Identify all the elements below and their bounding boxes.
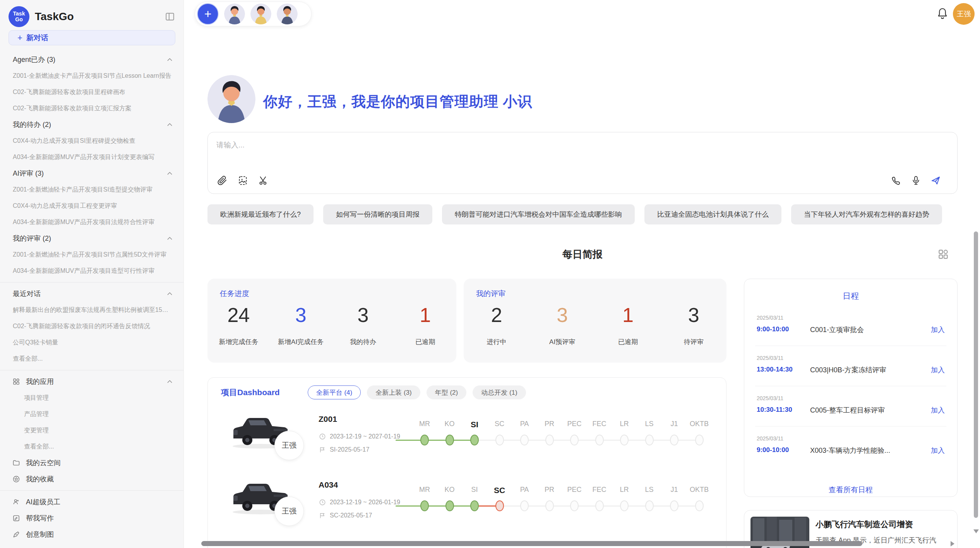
join-meeting-link[interactable]: 加入 <box>931 446 945 455</box>
sidebar-ai-super-staff[interactable]: AI超级员工 <box>0 494 183 510</box>
milestone-node[interactable] <box>470 435 479 445</box>
milestone-node[interactable] <box>420 435 429 445</box>
milestone-label: OKTB <box>690 486 709 494</box>
milestone-node[interactable] <box>645 500 654 511</box>
dashboard-tab[interactable]: 动总开发 (1) <box>473 385 526 399</box>
sidebar-help-me-write[interactable]: 帮我写作 <box>0 510 183 526</box>
schedule-title: 日程 <box>744 291 957 301</box>
agent-avatar-2[interactable] <box>250 3 271 24</box>
stat-value: 2 <box>464 303 529 327</box>
milestone-node[interactable] <box>420 500 429 511</box>
suggestion-chip[interactable]: 特朗普可能对进口汽车增税会对中国车企造成哪些影响 <box>442 204 635 224</box>
sidebar-collapse-icon[interactable] <box>164 11 176 22</box>
new-chat-button[interactable]: + 新对话 <box>9 30 175 45</box>
milestone-node[interactable] <box>545 435 554 445</box>
project-owner-badge: 王强 <box>274 497 304 526</box>
sidebar-task-item[interactable]: A034-全新新能源MUV产品开发项目法规符合性评审 <box>0 214 183 230</box>
sidebar-task-item[interactable]: Z001-全新燃油皮卡产品开发项目SI节点Lesson Learn报告 <box>0 68 183 84</box>
milestone-node[interactable] <box>520 500 529 511</box>
vertical-scrollbar[interactable] <box>974 231 978 518</box>
agent-avatar-3[interactable] <box>277 3 298 24</box>
recent-chat-item[interactable]: C02-飞腾新能源轻客改款项目的闭环通告反馈情况 <box>0 318 183 334</box>
sidebar-task-item[interactable]: C02-飞腾新能源轻客改款项目里程碑画布 <box>0 84 183 100</box>
sidebar-task-item[interactable]: C02-飞腾新能源轻客改款项目立项汇报方案 <box>0 100 183 116</box>
milestone-node[interactable] <box>695 435 704 445</box>
sidebar-divider <box>0 370 183 370</box>
attach-file-icon[interactable] <box>217 175 228 186</box>
milestone-node[interactable] <box>595 435 604 445</box>
milestone-node[interactable] <box>595 500 604 511</box>
scroll-down-arrow-icon[interactable] <box>973 529 979 533</box>
sidebar-task-item[interactable]: Z001-全新燃油轻卡产品开发项目SI节点属性5D文件评审 <box>0 247 183 263</box>
dashboard-tab[interactable]: 全新平台 (4) <box>308 385 361 399</box>
milestone-node[interactable] <box>670 435 678 445</box>
voice-call-icon[interactable] <box>891 175 901 186</box>
taskgo-app: { "colors": { "accent": "#3C53DF", "gree… <box>0 0 980 548</box>
recent-chat-item[interactable]: 公司Q3轻卡销量 <box>0 334 183 351</box>
add-agent-button[interactable]: + <box>197 3 219 25</box>
sidebar-task-item[interactable]: Z001-全新燃油轻卡产品开发项目SI造型提交物评审 <box>0 182 183 198</box>
milestone-node[interactable] <box>570 435 579 445</box>
milestone-node[interactable] <box>670 500 678 511</box>
schedule-divider <box>755 386 946 386</box>
stat-label: 待评审 <box>661 337 726 346</box>
milestone-node[interactable] <box>570 500 579 511</box>
suggestion-chip[interactable]: 欧洲新规最近颁布了什么? <box>207 204 314 224</box>
apps-view-all-link[interactable]: 查看全部... <box>0 438 183 455</box>
app-item[interactable]: 产品管理 <box>0 406 183 422</box>
briefing-layout-icon[interactable] <box>937 248 949 260</box>
join-meeting-link[interactable]: 加入 <box>931 325 945 334</box>
sidebar-divider <box>0 282 183 283</box>
milestone-label: MR <box>419 420 430 428</box>
sidebar-task-item[interactable]: A034-全新新能源MUV产品开发项目造型可行性评审 <box>0 263 183 279</box>
microphone-icon[interactable] <box>911 175 921 186</box>
milestone-node[interactable] <box>445 500 454 511</box>
milestone-node[interactable] <box>495 435 504 445</box>
milestone-node[interactable] <box>495 500 504 511</box>
milestone-node[interactable] <box>470 500 479 511</box>
scroll-right-arrow-icon[interactable] <box>951 541 954 546</box>
chevron-up-icon[interactable] <box>166 378 173 385</box>
view-all-schedule-link[interactable]: 查看所有日程 <box>744 485 957 495</box>
chevron-up-icon[interactable] <box>166 290 173 298</box>
milestone-node[interactable] <box>620 435 629 445</box>
app-item[interactable]: 变更管理 <box>0 422 183 438</box>
milestone-node[interactable] <box>520 435 529 445</box>
sidebar-group-0: Agent已办 (3) <box>0 51 183 68</box>
chat-input[interactable] <box>216 141 797 149</box>
suggestion-chip[interactable]: 比亚迪全固态电池计划具体说了什么 <box>644 204 781 224</box>
daily-briefing-title: 每日简报 <box>207 248 958 261</box>
milestone-node[interactable] <box>545 500 554 511</box>
sidebar-creative-drawing[interactable]: 创意制图 <box>0 526 183 543</box>
suggestion-chip[interactable]: 当下年轻人对汽车外观有怎样的喜好趋势 <box>791 204 942 224</box>
sidebar-cloud-space[interactable]: 我的云空间 <box>0 455 183 471</box>
sidebar-task-item[interactable]: C0X4-动力总成开发项目SI里程碑提交物检查 <box>0 133 183 149</box>
sidebar-task-item[interactable]: C0X4-动力总成开发项目工程变更评审 <box>0 198 183 214</box>
chevron-up-icon[interactable] <box>166 170 173 177</box>
app-item[interactable]: 项目管理 <box>0 390 183 406</box>
sidebar-my-apps[interactable]: 我的应用 <box>0 373 183 390</box>
dashboard-tab[interactable]: 年型 (2) <box>427 385 467 399</box>
sidebar-task-item[interactable]: A034-全新新能源MUV产品开发项目计划变更表编写 <box>0 149 183 165</box>
join-meeting-link[interactable]: 加入 <box>931 406 945 415</box>
insert-image-icon[interactable] <box>238 175 248 186</box>
agent-avatar-1[interactable] <box>224 3 245 24</box>
screenshot-scissors-icon[interactable] <box>258 175 269 186</box>
send-icon[interactable] <box>930 175 941 186</box>
chevron-up-icon[interactable] <box>166 56 173 63</box>
recent-chat-item[interactable]: 解释最新出台的欧盟报废车法规再生塑料比例被调至15%... <box>0 302 183 318</box>
milestone-node[interactable] <box>620 500 629 511</box>
suggestion-chip[interactable]: 如何写一份清晰的项目周报 <box>323 204 432 224</box>
milestone-node[interactable] <box>645 435 654 445</box>
recent-view-all-link[interactable]: 查看全部... <box>0 351 183 367</box>
notification-bell-icon[interactable] <box>936 7 949 20</box>
user-avatar[interactable]: 王强 <box>953 3 975 25</box>
dashboard-tab[interactable]: 全新上装 (3) <box>367 385 420 399</box>
join-meeting-link[interactable]: 加入 <box>931 365 945 375</box>
milestone-node[interactable] <box>445 435 454 445</box>
milestone-node[interactable] <box>695 500 704 511</box>
horizontal-scrollbar[interactable] <box>201 541 862 546</box>
chevron-up-icon[interactable] <box>166 121 173 128</box>
sidebar-favorites[interactable]: 我的收藏 <box>0 471 183 487</box>
chevron-up-icon[interactable] <box>166 235 173 242</box>
